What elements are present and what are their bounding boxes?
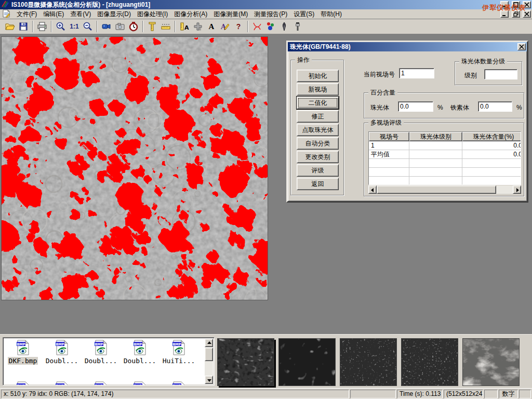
maximize-button[interactable] <box>512 1 520 8</box>
file-item[interactable]: BMP Doubl... <box>43 340 81 365</box>
table-row[interactable] <box>369 159 521 168</box>
menu-image-measure[interactable]: 图像测量(M) <box>210 9 251 20</box>
child-minimize-button[interactable] <box>500 10 509 18</box>
table-row[interactable]: 1 0.0 <box>369 141 521 150</box>
menu-settings[interactable]: 设置(S) <box>290 9 317 20</box>
file-list[interactable]: BMP DKF.bmp BMP Doubl... BMP Doubl... <box>3 337 215 385</box>
thumbnail-3[interactable] <box>340 338 397 386</box>
help-button[interactable]: ? <box>232 20 245 33</box>
menu-view[interactable]: 查看(V) <box>67 9 94 20</box>
dialog-close-button[interactable] <box>517 43 526 50</box>
file-name[interactable]: Doubl... <box>45 357 79 365</box>
menu-edit[interactable]: 编辑(E) <box>40 9 67 20</box>
timer-clock-button[interactable] <box>127 20 140 33</box>
thumbnail-2[interactable] <box>278 338 336 386</box>
return-button[interactable]: 返回 <box>297 178 339 190</box>
print-button[interactable] <box>35 20 49 33</box>
col-field-no[interactable]: 视场号 <box>369 132 409 141</box>
text-label-button[interactable]: A <box>205 20 218 33</box>
menu-measure-report[interactable]: 测量报告(P) <box>251 9 290 20</box>
toolbar-separator <box>142 21 143 32</box>
menu-image-display[interactable]: 图像显示(D) <box>94 9 134 20</box>
initialize-button[interactable]: 初始化 <box>297 70 339 82</box>
grading-table[interactable]: 视场号 珠光体级别 珠光体含量(%) 铁素体含量(%) 1 0.0 平均值 0.… <box>368 131 521 185</box>
file-name[interactable]: Doubl... <box>123 357 157 365</box>
file-item[interactable]: BMP HuiTi... <box>160 340 197 365</box>
measure-text-button[interactable]: A <box>178 20 191 33</box>
file-name[interactable]: HuiTi... <box>162 357 196 365</box>
pen-tool-button[interactable] <box>277 20 291 33</box>
child-restore-button[interactable] <box>512 10 520 18</box>
menu-help[interactable]: 帮助(H) <box>317 9 345 20</box>
menu-image-analysis[interactable]: 图像分析(A) <box>171 9 210 20</box>
file-item-partial[interactable]: BMP <box>160 381 197 385</box>
grade-button[interactable]: 评级 <box>297 164 339 177</box>
status-bar: x: 510 y: 79 idx: 0 RGB: (174, 174, 174)… <box>0 388 532 399</box>
current-view-input[interactable] <box>399 68 434 78</box>
scroll-down-button[interactable] <box>205 376 213 384</box>
menu-image-process[interactable]: 图像处理(I) <box>134 9 171 20</box>
file-item-partial[interactable]: BMP <box>121 381 158 385</box>
brush-tool-button[interactable] <box>291 20 304 33</box>
text-edit-button[interactable]: A <box>218 20 232 33</box>
arrow-up-icon <box>207 341 211 344</box>
table-row[interactable]: 平均值 0.0 <box>369 150 521 159</box>
change-class-button[interactable]: 更改类别 <box>297 151 339 163</box>
caliper-button[interactable] <box>145 20 159 33</box>
table-row[interactable] <box>369 177 521 185</box>
svg-text:BMP: BMP <box>172 384 181 386</box>
col-pearlite-grade[interactable]: 珠光体级别 <box>409 132 462 141</box>
file-item-partial[interactable]: BMP <box>82 381 119 385</box>
child-close-button[interactable] <box>523 10 531 18</box>
col-pearlite-content[interactable]: 珠光体含量(%) <box>462 132 521 141</box>
file-name[interactable]: Doubl... <box>84 357 118 365</box>
timer-clock-icon <box>128 21 139 32</box>
scroll-thumb[interactable] <box>205 348 213 361</box>
binarize-button[interactable]: 二值化 <box>297 97 339 109</box>
pearlite-percent-input[interactable] <box>398 101 433 112</box>
file-item-partial[interactable]: BMP <box>4 381 42 385</box>
auto-classify-button[interactable]: 自动分类 <box>297 137 339 150</box>
open-button[interactable] <box>3 20 17 33</box>
grid-cross-button[interactable] <box>191 20 205 33</box>
file-name[interactable]: DKF.bmp <box>8 357 38 365</box>
svg-text:BMP: BMP <box>95 384 103 386</box>
dialog-title-bar[interactable]: 珠光体(GB/T9441-88) <box>288 42 527 51</box>
curve-tool-button[interactable] <box>250 20 264 33</box>
app-window: { "window": { "title": "IS100显微摄像系统(金相分析… <box>0 0 532 399</box>
zoom-out-button[interactable] <box>81 20 95 33</box>
metallograph-image[interactable] <box>1 36 268 300</box>
grade-input[interactable] <box>484 69 517 79</box>
video-camera-button[interactable] <box>100 20 113 33</box>
file-list-scrollbar[interactable] <box>205 339 213 384</box>
thumbnail-5[interactable] <box>462 338 520 386</box>
ferrite-percent-input[interactable] <box>478 101 512 112</box>
new-field-button[interactable]: 新视场 <box>297 83 339 96</box>
ruler-button[interactable] <box>159 20 172 33</box>
save-button[interactable] <box>17 20 30 33</box>
scroll-left-button[interactable] <box>368 185 377 194</box>
file-item[interactable]: BMP Doubl... <box>82 340 119 365</box>
pick-pearlite-button[interactable]: 点取珠光体 <box>297 124 339 136</box>
table-row[interactable] <box>369 168 521 177</box>
menu-file[interactable]: 文件(F) <box>14 9 40 20</box>
thumbnail-4[interactable] <box>401 338 458 386</box>
camera-capture-button[interactable] <box>113 20 127 33</box>
status-image-size: (512x512x24) <box>444 390 483 398</box>
close-button[interactable] <box>523 1 531 8</box>
file-item[interactable]: BMP Doubl... <box>121 340 158 365</box>
table-h-scrollbar[interactable] <box>368 185 521 194</box>
count-balls-button[interactable] <box>264 20 277 33</box>
file-item-partial[interactable]: BMP <box>43 381 81 385</box>
svg-text:BMP: BMP <box>17 384 25 386</box>
zoom-in-button[interactable] <box>54 20 68 33</box>
minimize-button[interactable] <box>500 1 509 8</box>
scroll-track[interactable] <box>377 185 513 194</box>
thumbnail-1[interactable] <box>217 338 274 386</box>
scroll-thumb[interactable] <box>377 185 496 194</box>
file-item[interactable]: BMP DKF.bmp <box>4 340 42 365</box>
scroll-up-button[interactable] <box>205 339 213 347</box>
correct-button[interactable]: 修正 <box>297 110 339 123</box>
actual-size-button[interactable]: 1:1 <box>68 20 81 33</box>
scroll-right-button[interactable] <box>513 185 521 194</box>
